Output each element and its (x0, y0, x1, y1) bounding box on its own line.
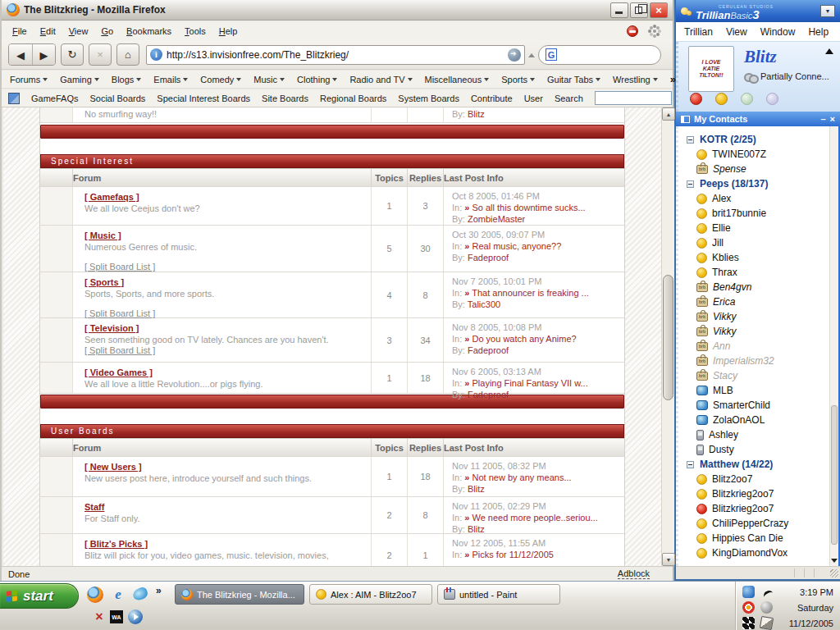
resize-grip[interactable] (830, 569, 838, 578)
forum-link[interactable]: [ Video Games ] (84, 368, 363, 377)
bookmark-music[interactable]: Music (253, 75, 285, 84)
menu-file[interactable]: File (7, 24, 33, 39)
toolbar-search-input[interactable] (595, 91, 672, 105)
menu-tools[interactable]: Tools (179, 24, 212, 39)
bookmarks-overflow-chevron[interactable]: » (670, 73, 676, 85)
tray-orb-icon[interactable] (760, 601, 773, 614)
firefox-titlebar[interactable]: The Blitzkrieg - Mozilla Firefox × (2, 0, 673, 21)
contact-row[interactable]: Erica (678, 294, 830, 309)
link-regional-boards[interactable]: Regional Boards (320, 94, 386, 103)
last-topic-link[interactable]: Playing Final Fantasy VII w... (472, 378, 587, 388)
home-button[interactable]: ⌂ (116, 43, 139, 66)
last-poster-link[interactable]: Fadeproof (468, 345, 509, 355)
link-social-boards[interactable]: Social Boards (89, 94, 145, 103)
last-poster-link[interactable]: Fadeproof (468, 253, 509, 262)
restore-button[interactable] (630, 2, 648, 18)
menu-view[interactable]: View (63, 24, 94, 39)
link-site-boards[interactable]: Site Boards (262, 94, 308, 103)
quicklaunch-winamp-icon[interactable]: WA (110, 610, 123, 623)
scroll-thumb[interactable] (831, 405, 838, 545)
contact-row[interactable]: Imperialism32 (678, 354, 830, 368)
scroll-up-icon[interactable] (825, 48, 833, 54)
contact-row[interactable]: ZolaOnAOL (678, 413, 830, 427)
stop-button[interactable]: × (89, 43, 112, 66)
collapse-icon[interactable] (687, 180, 694, 188)
contact-row[interactable]: Blitzkrieg2oo7 (678, 486, 830, 501)
tray-bucket-icon[interactable] (760, 616, 774, 630)
contacts-scrollbar[interactable] (829, 126, 838, 566)
last-topic-link[interactable]: Not new by any means... (472, 472, 571, 482)
bookmark-clothing[interactable]: Clothing (297, 75, 337, 84)
contact-row[interactable]: Jill (678, 235, 830, 250)
menu-view[interactable]: View (726, 26, 747, 38)
page-scrollbar[interactable]: ▲ ▼ (661, 107, 674, 566)
quicklaunch-firefox-icon[interactable] (87, 587, 103, 603)
bookmark-guitar-tabs[interactable]: Guitar Tabs (547, 75, 600, 84)
tray-messenger-icon[interactable] (742, 586, 755, 598)
split-board-list-link[interactable]: [ Split Board List ] (84, 308, 363, 318)
reload-button[interactable]: ↻ (61, 43, 84, 66)
contact-group[interactable]: Peeps (18/137) (678, 176, 830, 191)
menu-trillian[interactable]: Trillian (684, 26, 713, 38)
menu-bookmarks[interactable]: Bookmarks (121, 24, 177, 39)
quicklaunch-overflow-chevron[interactable]: » (156, 585, 162, 596)
url-text[interactable]: http://s13.invisionfree.com/The_Blitzkri… (167, 49, 508, 61)
contact-row[interactable]: Spense (678, 162, 830, 176)
back-button[interactable]: ◀ (9, 44, 32, 66)
contact-row[interactable]: Thrax (678, 265, 830, 280)
link-gamefaqs[interactable]: GameFAQs (31, 94, 78, 103)
forum-link[interactable]: [ Music ] (84, 231, 363, 240)
contact-row[interactable]: Blitz2oo7 (678, 472, 830, 486)
forum-link[interactable]: [ Blitz's Picks ] (84, 539, 363, 549)
my-contacts-header[interactable]: My Contacts – × (676, 112, 840, 126)
split-board-list-link[interactable]: [ Split Board List ] (84, 262, 363, 272)
link-search[interactable]: Search (555, 94, 583, 103)
close-button[interactable]: × (650, 2, 668, 18)
search-box[interactable]: G (538, 45, 661, 65)
trillian-window-menu-button[interactable]: ▼ (820, 5, 835, 17)
link-user[interactable]: User (524, 94, 543, 103)
contact-group[interactable]: KOTR (2/25) (678, 132, 830, 147)
menu-help[interactable]: Help (808, 26, 829, 38)
contact-row[interactable]: Hippies Can Die (678, 531, 830, 546)
forum-link[interactable]: [ Gamefaqs ] (84, 192, 363, 202)
taskbar-item-paint[interactable]: untitled - Paint (437, 584, 560, 605)
last-topic-link[interactable]: So all this downtime sucks... (472, 203, 585, 212)
contact-row[interactable]: Dusty (678, 442, 830, 457)
contact-row[interactable]: Vikky (678, 324, 830, 339)
last-poster-link[interactable]: Blitz (468, 524, 485, 534)
menu-go[interactable]: Go (95, 24, 119, 39)
last-poster-link[interactable]: Blitz (468, 484, 485, 494)
contact-row[interactable]: ChiliPepperCrazy (678, 516, 830, 531)
contact-row[interactable]: Ellie (678, 221, 830, 235)
bookmark-sports[interactable]: Sports (501, 75, 535, 84)
menu-edit[interactable]: Edit (34, 24, 62, 39)
go-button[interactable] (508, 48, 521, 62)
bookmark-blogs[interactable]: Blogs (112, 75, 142, 84)
collapse-icon[interactable] (687, 461, 694, 468)
section-close-icon[interactable]: × (830, 115, 835, 123)
quicklaunch-mediaplayer-icon[interactable] (128, 609, 143, 624)
adblock-icon[interactable] (627, 25, 638, 37)
contact-row[interactable]: Ann (678, 339, 830, 354)
taskbar-item-aim[interactable]: Alex : AIM - Blitz2oo7 (309, 584, 432, 605)
contact-row[interactable]: KingDiamondVox (678, 546, 830, 560)
taskbar-item-firefox[interactable]: The Blitzkrieg - Mozilla... (175, 584, 304, 605)
forward-button[interactable]: ▶ (32, 44, 55, 66)
bookmark-wrestling[interactable]: Wrestling (613, 75, 658, 84)
url-bar[interactable]: http://s13.invisionfree.com/The_Blitzkri… (146, 45, 525, 65)
collapse-icon[interactable] (687, 136, 694, 144)
link-system-boards[interactable]: System Boards (398, 94, 459, 103)
scroll-up-arrow[interactable]: ▲ (662, 107, 675, 121)
bookmark-comedy[interactable]: Comedy (200, 75, 241, 84)
contact-row[interactable]: Blitzkrieg2oo7 (678, 501, 830, 516)
bookmark-forums[interactable]: Forums (10, 75, 48, 84)
bookmark-radio-tv[interactable]: Radio and TV (349, 75, 412, 84)
url-dropdown-caret[interactable] (527, 51, 536, 59)
status-busy-icon[interactable] (690, 93, 702, 105)
contact-row[interactable]: MLB (678, 383, 830, 398)
status-offline-violet-icon[interactable] (766, 93, 778, 105)
link-special-interest-boards[interactable]: Special Interest Boards (157, 94, 250, 103)
last-poster-link[interactable]: ZombieMaster (468, 214, 525, 224)
section-minimize-icon[interactable]: – (820, 115, 825, 123)
